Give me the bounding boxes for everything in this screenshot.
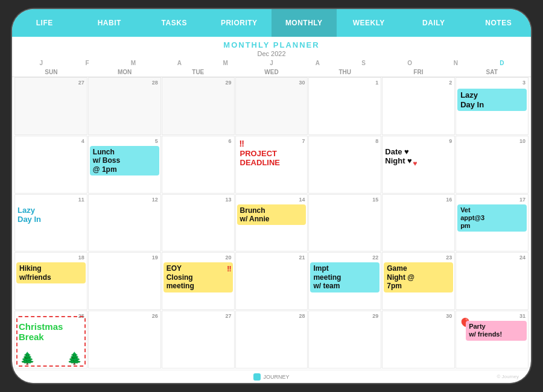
cell-4[interactable]: 4: [14, 136, 87, 194]
cell-11[interactable]: 11 LazyDay In: [14, 194, 87, 252]
event-vet-appt: Vetappt@3pm: [457, 204, 527, 232]
cell-26[interactable]: 26: [88, 311, 161, 368]
cell-3[interactable]: 3 LazyDay In: [456, 77, 529, 135]
exclaim-eoy: ‼: [227, 265, 231, 273]
cell-25[interactable]: 25 ChristmasBreak 🌲 🌲: [14, 311, 87, 368]
event-party-friends: Partyw/ friends!: [466, 321, 527, 340]
event-lazy-day-in-2: LazyDay In: [17, 206, 41, 224]
event-lazy-day-in-1: LazyDay In: [457, 89, 527, 111]
event-impt-meeting: Imptmeetingw/ team: [310, 262, 379, 292]
event-brunch-annie: Brunchw/ Annie: [237, 204, 306, 226]
tablet: LIFE HABIT TASKS PRIORITY MONTHLY WEEKLY…: [12, 9, 531, 383]
cell-10[interactable]: 10: [456, 136, 529, 194]
cell-2[interactable]: 2: [382, 77, 455, 135]
nav-weekly[interactable]: WEEKLY: [337, 9, 402, 37]
dh-fri: FRI: [382, 68, 456, 77]
cell-21[interactable]: 21: [235, 252, 308, 310]
calendar-header: MONTHLY PLANNER Dec 2022: [12, 37, 531, 58]
event-christmas-break: ChristmasBreak: [19, 322, 63, 342]
cell-12[interactable]: 12: [88, 194, 161, 252]
m7: A: [294, 60, 340, 66]
xmas-tree-2: 🌲: [67, 351, 82, 365]
event-game-night: GameNight @7pm: [384, 262, 453, 292]
dh-tue: TUE: [161, 68, 235, 77]
dh-thu: THU: [308, 68, 382, 77]
cell-15[interactable]: 15: [308, 194, 381, 252]
event-hiking: Hikingw/friends: [16, 262, 86, 283]
calendar-subtitle: Dec 2022: [12, 50, 531, 57]
m4: A: [156, 60, 202, 66]
cell-20[interactable]: 20 EOYClosingmeeting ‼: [162, 252, 235, 310]
m10: N: [433, 60, 478, 66]
cell-24[interactable]: 24: [456, 252, 529, 310]
m2: F: [64, 60, 110, 66]
cell-17[interactable]: 17 Vetappt@3pm: [456, 194, 529, 252]
cell-5[interactable]: 5 Lunchw/ Boss@ 1pm: [88, 136, 161, 194]
screen: LIFE HABIT TASKS PRIORITY MONTHLY WEEKLY…: [12, 9, 531, 383]
cell-1[interactable]: 1: [308, 77, 381, 135]
cell-23[interactable]: 23 GameNight @7pm: [382, 252, 455, 310]
cell-9[interactable]: 9 Date ♥Night ♥ ♥: [382, 136, 455, 194]
calendar-title: MONTHLY PLANNER: [12, 40, 531, 49]
cell-16[interactable]: 16: [382, 194, 455, 252]
cell-29a[interactable]: 29: [162, 77, 235, 135]
event-project-deadline: PROJECTDEADLINE: [237, 147, 306, 169]
event-eoy-closing: EOYClosingmeeting: [164, 262, 233, 292]
m6: J: [249, 60, 294, 66]
nav-monthly[interactable]: MONTHLY: [272, 9, 337, 37]
cell-30b[interactable]: 30: [382, 311, 455, 368]
cell-30a[interactable]: 30: [235, 77, 308, 135]
cell-31[interactable]: 31 🎈 Partyw/ friends!: [456, 311, 529, 368]
dh-wed: WED: [235, 68, 308, 77]
cell-28b[interactable]: 28: [235, 311, 308, 368]
cell-7[interactable]: 7 ‼ PROJECTDEADLINE: [235, 136, 308, 194]
nav-life[interactable]: LIFE: [12, 9, 77, 37]
cell-13[interactable]: 13: [162, 194, 235, 252]
footer-copyright: © Journey: [497, 374, 519, 379]
m5: M: [202, 60, 248, 66]
cell-14[interactable]: 14 Brunchw/ Annie: [235, 194, 308, 252]
nav-daily[interactable]: DAILY: [401, 9, 466, 37]
cell-8[interactable]: 8: [308, 136, 381, 194]
event-lunch-boss: Lunchw/ Boss@ 1pm: [90, 146, 159, 175]
nav-priority[interactable]: PRIORITY: [207, 9, 272, 37]
month-labels: J F M A M J A S O N D: [12, 58, 531, 66]
dh-mon: MON: [88, 68, 162, 77]
dh-sun: SUN: [14, 68, 88, 77]
cell-29b[interactable]: 29: [308, 311, 381, 368]
footer: JOURNEY © Journey: [12, 370, 531, 383]
m9: O: [387, 60, 433, 66]
cell-28a[interactable]: 28: [88, 77, 161, 135]
dh-sat: SAT: [455, 68, 529, 77]
nav-habit[interactable]: HABIT: [77, 9, 142, 37]
m8: S: [341, 60, 387, 66]
cell-19[interactable]: 19: [88, 252, 161, 310]
cell-27a[interactable]: 27: [14, 77, 87, 135]
nav-bar: LIFE HABIT TASKS PRIORITY MONTHLY WEEKLY…: [12, 9, 531, 37]
m11-active: D: [479, 60, 525, 66]
cell-22[interactable]: 22 Imptmeetingw/ team: [308, 252, 381, 310]
nav-notes[interactable]: NOTES: [466, 9, 532, 37]
xmas-tree-1: 🌲: [20, 351, 35, 365]
cell-6[interactable]: 6: [162, 136, 235, 194]
m3: M: [110, 60, 156, 66]
calendar-grid: 27 28 29 30 1 2 3 LazyDay In 4 5 Lunchw/…: [12, 77, 531, 370]
cell-18[interactable]: 18 Hikingw/friends: [14, 252, 87, 310]
event-date-night: Date ♥Night ♥: [385, 147, 412, 166]
m1: J: [18, 60, 64, 66]
footer-brand: JOURNEY: [263, 374, 289, 380]
day-headers: SUN MON TUE WED THU FRI SAT: [12, 66, 531, 77]
cell-27b[interactable]: 27: [162, 311, 235, 368]
journey-logo-icon: [253, 373, 261, 381]
heart-deco: ♥: [413, 159, 417, 168]
nav-tasks[interactable]: TASKS: [142, 9, 207, 37]
